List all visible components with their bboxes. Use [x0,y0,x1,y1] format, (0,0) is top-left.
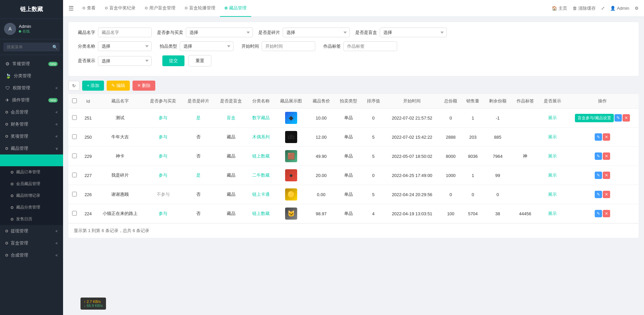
filter-row-2: 分类名称 选择 拍品类型 选择 开始时间 作品标签 [75,41,632,51]
cell-thumb: ● [275,166,307,185]
user-menu-btn[interactable]: 👤 Admin [610,6,629,11]
edit-row-btn[interactable]: ✎ [595,152,602,160]
select-all-checkbox[interactable] [72,98,77,103]
cell-name: 牛年大吉 [96,128,144,147]
sidebar-item-transfer[interactable]: 藏品转增记录 [0,190,63,201]
sidebar-item-sale-calendar[interactable]: 发售日历 [0,213,63,225]
tab-view[interactable]: 查看 [78,0,100,17]
circle-icon-finance [5,123,8,126]
search-input[interactable] [3,43,60,51]
tab-label-record: 盲盒中奖纪录 [109,5,136,11]
refresh-button[interactable]: ↻ [68,81,79,91]
reset-button[interactable]: 重置 [189,55,211,66]
network-down: ↓ 66.9 KB/s [84,304,103,308]
sidebar-item-finance[interactable]: 财务管理 < [0,118,63,130]
delete-row-btn[interactable]: ✕ [623,114,630,122]
sidebar-menu: ⚙ 常规管理 new 🍃 分类管理 🛡 权限管理 < ✈ 插件管理 new 会员… [0,55,63,315]
sidebar-item-collection-order[interactable]: 藏品订单管理 [0,166,63,178]
delete-row-btn[interactable]: ✕ [603,210,610,217]
sidebar-item-collection-mgmt[interactable]: 藏品管理 [0,154,63,166]
select-fragment[interactable]: 选择 [283,28,350,37]
label-tag: 作品标签 [321,43,341,49]
sidebar-item-collection-parent[interactable]: 藏品管理 v [0,142,63,154]
row-checkbox[interactable] [72,211,77,216]
menu-toggle-icon[interactable]: ☰ [68,5,74,12]
sidebar-item-coll-category[interactable]: 藏品分类管理 [0,201,63,213]
sidebar-item-member-collection[interactable]: 会员藏品管理 [0,178,63,190]
sidebar-item-blindbox[interactable]: 盲盒管理 < [0,237,63,249]
sidebar-label-collection-order: 藏品订单管理 [16,169,40,175]
search-icon[interactable]: 🔍 [52,45,58,50]
add-button[interactable]: + 添加 [82,81,104,91]
home-link[interactable]: 🏠 主页 [552,5,567,11]
cell-blindbox-type: 藏品 [215,185,247,204]
avatar: A [4,23,16,35]
sidebar-label-transfer: 藏品转增记录 [16,193,40,198]
edit-row-btn[interactable]: ✎ [595,172,602,179]
row-checkbox[interactable] [72,134,77,139]
tab-blindbox-carousel[interactable]: 盲盒轮播管理 [180,0,220,17]
edit-row-btn[interactable]: ✎ [595,133,602,141]
circle-icon-calendar [11,218,13,221]
sidebar-item-withdraw[interactable]: 提现管理 < [0,225,63,237]
sidebar-item-plugin[interactable]: ✈ 插件管理 new [0,94,63,106]
tab-user-blindbox[interactable]: 用户盲盒管理 [140,0,180,17]
delete-row-btn[interactable]: ✕ [603,172,610,179]
sidebar-item-composite[interactable]: 合成管理 < [0,249,63,261]
row-checkbox[interactable] [72,192,77,196]
cell-remaining: 885 [484,128,512,147]
input-tag[interactable] [343,41,397,51]
select-category[interactable]: 选择 [98,41,152,51]
edit-row-btn[interactable]: ✎ [595,191,602,198]
fullscreen-btn[interactable]: ⤢ [601,6,605,11]
settings-icon[interactable]: ⚙ [635,6,639,11]
clear-cache-btn[interactable]: 🗑 清除缓存 [573,5,596,11]
delete-row-btn[interactable]: ✕ [603,152,610,160]
edit-button[interactable]: ✎ 编辑 [107,81,130,91]
delete-row-btn[interactable]: ✕ [603,191,610,198]
cell-remaining: -1 [484,108,512,128]
submit-button[interactable]: 提交 [162,55,184,66]
cell-id: 250 [80,128,96,147]
sidebar-item-category[interactable]: 🍃 分类管理 [0,70,63,82]
cell-action: ✎✕ [566,204,639,223]
cell-sold: 1 [462,166,484,185]
cell-auction-type: 单品 [335,147,362,166]
filter-item-tag: 作品标签 [321,41,397,51]
blindbox-setting-btn[interactable]: 盲盒参与/藏品设置 [575,114,613,122]
sidebar-item-prize[interactable]: 奖项管理 < [0,130,63,142]
input-collection-name[interactable] [98,28,152,37]
sidebar-label-withdraw: 提现管理 [11,228,28,234]
cell-sort: 0 [362,108,384,128]
edit-row-btn[interactable]: ✎ [614,114,622,122]
sidebar-item-regular[interactable]: ⚙ 常规管理 new [0,58,63,70]
edit-row-btn[interactable]: ✎ [595,210,602,217]
delete-row-btn[interactable]: ✕ [603,133,610,141]
select-participate[interactable]: 选择 [186,28,253,37]
chevron-icon-member: < [56,110,58,114]
tab-label-collection: 藏品管理 [229,5,247,11]
chevron-icon-composite: < [56,253,58,257]
delete-batch-button[interactable]: ✕ 删除 [132,81,156,91]
row-checkbox[interactable] [72,153,77,158]
filter-item-fragment: 是否是碎片 选择 [258,28,350,37]
label-starttime: 开始时间 [239,43,259,49]
sidebar-item-permission[interactable]: 🛡 权限管理 < [0,82,63,94]
cell-sold: 1 [462,108,484,128]
cell-sold: 0 [462,185,484,204]
tab-blindbox-record[interactable]: 盲盒中奖纪录 [100,0,140,17]
filter-item-category: 分类名称 选择 [75,41,152,51]
select-auction[interactable]: 选择 [180,41,233,51]
select-display[interactable]: 选择 [98,56,152,66]
row-checkbox[interactable] [72,115,77,120]
cell-tag: 神 [512,147,539,166]
row-checkbox[interactable] [72,173,77,177]
tab-collection-mgmt[interactable]: 藏品管理 [220,0,251,17]
sidebar-item-member[interactable]: 会员管理 < [0,106,63,118]
cell-sort: 5 [362,147,384,166]
cell-display: 展示 [539,147,566,166]
cell-auction-type: 单品 [335,128,362,147]
input-starttime[interactable] [262,41,315,51]
cell-auction-type: 单品 [335,108,362,128]
select-blindbox[interactable]: 选择 [380,28,447,37]
